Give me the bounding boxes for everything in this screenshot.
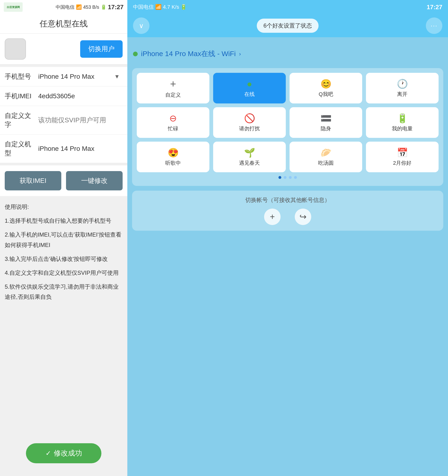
wifi-speed-left: 453 B/s [83,5,99,10]
left-panel: 白芸资源网 中国电信 📶 453 B/s 🔋 17:27 任意机型在线 切换用户… [0,0,127,476]
instructions-step3: 3.输入完毕后点击'确认修改'按钮即可修改 [5,254,123,264]
custom-text-label: 自定义文字 [5,111,35,129]
success-button[interactable]: ✓ 修改成功 [26,443,101,463]
get-imei-button[interactable]: 获取IMEI [5,171,61,190]
imei-row: 手机IMEI [0,86,127,106]
more-button[interactable]: ··· [426,17,442,34]
dot-2 [284,176,287,179]
signal-left: 📶 [76,4,82,10]
instructions-title: 使用说明: [5,202,123,212]
invisible-icon: 🟰 [321,114,332,123]
status-item-battery[interactable]: 🔋 我的电量 [366,107,439,138]
battery-left: 🔋 [101,4,107,10]
time-left: 17:27 [108,4,124,11]
top-bar: ∨ 6个好友设置了状态 ··· [127,14,448,37]
plus-icon: + [170,79,176,89]
instructions-step5: 5.软件仅供娱乐交流学习,请勿用于非法和商业途径,否则后果自负 [5,282,123,302]
instructions-step1: 1.选择手机型号或自行输入想要的手机型号 [5,216,123,226]
app-logo: 白芸资源网 [4,2,23,12]
calendar-icon: 📅 [397,148,408,157]
custom-text-row: 自定义文字 [0,106,127,135]
phone-model-row: 手机型号 iPhone 14 Pro Max ▼ [0,67,127,86]
online-status-bar[interactable]: iPhone 14 Pro Max在线 - WiFi › [127,37,448,66]
account-switch-section: 切换帐号（可接收其他帐号信息） + ↪ [132,191,443,231]
imei-label: 手机IMEI [5,92,35,101]
custom-model-label: 自定义机型 [5,140,35,158]
status-item-invisible[interactable]: 🟰 隐身 [290,107,362,138]
avatar [5,38,26,60]
chevron-down-button[interactable]: ∨ [133,17,149,34]
status-grid-row2: ⊖ 忙碌 🚫 请勿打扰 🟰 隐身 🔋 我的电量 [137,107,439,138]
user-section: 切换用户 [0,34,127,65]
phone-model-label: 手机型号 [5,72,35,81]
status-item-busy[interactable]: ⊖ 忙碌 [137,107,209,138]
switch-user-button[interactable]: 切换用户 [80,40,123,58]
status-grid-row3: 😍 听歌中 🌱 遇见春天 🥟 吃汤圆 📅 2月你好 [137,142,439,172]
form-section: 手机型号 iPhone 14 Pro Max ▼ 手机IMEI 自定义文字 自定… [0,67,127,163]
clock-icon: 🕐 [397,79,408,88]
custom-text-input[interactable] [35,116,126,124]
app-title: 任意机型在线 [0,14,127,34]
exit-account-icon: ↪ [299,212,306,222]
status-item-qme[interactable]: 😊 Q我吧 [290,73,362,103]
friend-status-pill[interactable]: 6个好友设置了状态 [257,19,318,33]
status-item-spring[interactable]: 🌱 遇见春天 [213,142,286,172]
status-item-tangyuan[interactable]: 🥟 吃汤圆 [290,142,362,172]
status-grid-container: + 自定义 ● 在线 😊 Q我吧 🕐 离开 ⊖ 忙碌 [132,68,443,186]
account-switch-buttons: + ↪ [139,209,436,225]
exit-account-button[interactable]: ↪ [295,209,311,225]
battery-icon: 🔋 [397,114,408,123]
instructions-step4: 4.自定义文字和自定义机型仅SVIP用户可使用 [5,268,123,278]
custom-model-row: 自定义机型 iPhone 14 Pro Max [0,135,127,163]
carrier-right: 中国电信 [133,4,154,11]
add-account-button[interactable]: + [264,209,281,225]
status-item-february[interactable]: 📅 2月你好 [366,142,439,172]
carrier-left: 中国电信 [56,4,75,10]
status-bar-right: 中国电信 📶 4.7 K/s 🔋 17:27 [127,0,448,14]
chevron-right-icon: › [239,51,241,57]
signal-right: 📶 [155,4,161,10]
right-panel: 中国电信 📶 4.7 K/s 🔋 17:27 ∨ 6个好友设置了状态 ··· i… [127,0,448,476]
status-grid-row1: + 自定义 ● 在线 😊 Q我吧 🕐 离开 [137,73,439,103]
spring-icon: 🌱 [244,148,255,157]
status-bar-left: 白芸资源网 中国电信 📶 453 B/s 🔋 17:27 [0,0,127,14]
dot-3 [289,176,292,179]
time-right: 17:27 [427,4,442,11]
dnd-icon: 🚫 [244,114,255,123]
online-status-text: iPhone 14 Pro Max在线 - WiFi [141,49,236,59]
status-item-away[interactable]: 🕐 离开 [366,73,439,103]
instructions-section: 使用说明: 1.选择手机型号或自行输入想要的手机型号 2.输入手机的IMEI,可… [0,196,127,438]
one-click-modify-button[interactable]: 一键修改 [66,171,123,190]
battery-right: 🔋 [180,4,187,10]
custom-model-value: iPhone 14 Pro Max [35,145,123,153]
music-icon: 😍 [168,148,179,157]
wifi-speed-right: 4.7 K/s [163,4,179,10]
imei-input[interactable] [35,92,126,100]
dropdown-arrow-icon: ▼ [114,73,120,80]
chevron-down-icon: ∨ [139,22,144,30]
status-item-music[interactable]: 😍 听歌中 [137,142,209,172]
account-switch-label: 切换帐号（可接收其他帐号信息） [139,196,436,204]
busy-icon: ⊖ [169,114,177,123]
instructions-step2: 2.输入手机的IMEI,可以点击'获取IMEI'按钮查看如何获得手机IMEI [5,230,123,250]
dot-indicators [137,176,439,179]
smile-icon: 😊 [321,79,332,88]
status-item-dnd[interactable]: 🚫 请勿打扰 [213,107,286,138]
dot-4 [294,176,297,179]
action-buttons: 获取IMEI 一键修改 [0,165,127,196]
phone-model-value[interactable]: iPhone 14 Pro Max ▼ [35,73,123,80]
online-icon: ● [247,79,252,88]
check-icon: ✓ [46,449,51,457]
more-icon: ··· [431,22,437,29]
online-dot-icon [133,52,138,56]
status-icons-left: 中国电信 📶 453 B/s 🔋 17:27 [56,4,124,11]
tangyuan-icon: 🥟 [321,148,332,157]
add-account-icon: + [270,212,275,222]
dot-1 [278,176,281,179]
status-item-custom[interactable]: + 自定义 [137,73,209,103]
status-item-online[interactable]: ● 在线 [213,73,286,103]
